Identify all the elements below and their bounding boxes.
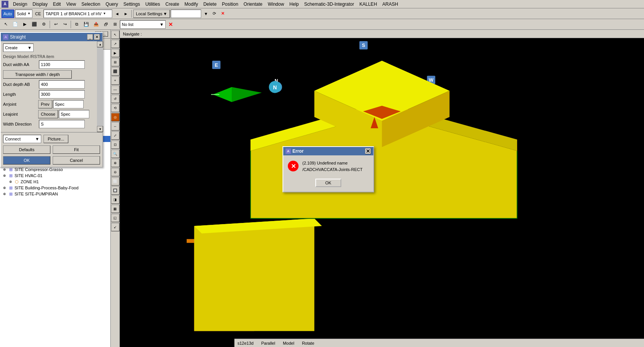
length-input[interactable] [39,90,85,98]
menu-design[interactable]: Design [11,1,29,8]
arrow-left-button[interactable]: ◄ [113,10,121,18]
close-toolbar-button[interactable]: ✕ [219,10,227,18]
rv-btn-16[interactable]: ⊖ [111,168,119,176]
auto-button[interactable]: Auto [2,10,14,18]
rv-btn-13[interactable]: ⊡ [111,140,119,149]
rv-btn-2[interactable]: ↗ [111,40,119,48]
transpose-button[interactable]: Transpose width / depth [3,70,72,79]
tree-item-23[interactable]: ⊕ ⊞ SITE SITE-PUMPIRAN [0,191,110,197]
menu-edit[interactable]: Edit [51,1,63,8]
rv-btn-3[interactable]: ▶ [111,49,119,57]
scroll-down-btn[interactable]: ▼ [97,126,103,132]
settings-dropdown-arrow-btn[interactable]: ▼ [202,10,210,18]
menu-schematic[interactable]: Schematic-3D-Integrator [302,1,357,8]
copy-button[interactable]: ⧉ [73,20,81,29]
stop-button[interactable]: ⬛ [30,20,39,29]
rv-btn-15[interactable]: ⊕ [111,159,119,167]
nolist-arrow: ▼ [160,22,164,27]
undo-button[interactable]: ↩ [52,20,60,29]
settings2-button[interactable]: ⚙ [40,20,48,29]
expand-icon-23[interactable]: ⊕ [2,191,8,197]
straight-minimize-btn[interactable]: _ [87,34,93,40]
tree-item-22[interactable]: ⊕ ⊞ SITE Building-Process-Baby-Food [0,185,110,191]
rv-btn-21[interactable]: ◱ [111,214,119,222]
tree-item-20[interactable]: ⊕ ⊞ SITE HVAC-01 [0,173,110,179]
rv-btn-18[interactable]: 🔲 [111,186,119,195]
menu-kalleh[interactable]: KALLEH [357,1,379,8]
menu-view[interactable]: View [64,1,78,8]
solid-dropdown[interactable]: Solid ▼ [15,10,32,18]
menu-help[interactable]: Help [287,1,301,8]
create-select[interactable]: Create ▼ [3,44,34,52]
rv-btn-20[interactable]: ▦ [111,205,119,213]
grid-button[interactable]: ⊞ [111,20,119,29]
save-button[interactable]: 💾 [82,20,91,29]
cursor-button[interactable]: ↖ [2,20,10,29]
menu-arash[interactable]: ARASH [380,1,400,8]
expand-icon-19[interactable]: ⊕ [2,167,8,172]
defaults-button[interactable]: Defaults [3,145,50,154]
tree-item-21[interactable]: ⊕ ⬡ ZONE H1 [6,179,110,185]
play-button[interactable]: ▶ [21,20,29,29]
rv-btn-10[interactable]: ◎ [111,113,119,121]
menu-create[interactable]: Create [163,1,181,8]
settings-extra-btn[interactable] [171,10,201,18]
viewport[interactable]: Navigate : S W E N N [120,30,644,347]
expand-icon-20[interactable]: ⊕ [2,173,8,178]
menu-orientate[interactable]: Orientate [241,1,265,8]
width-direction-input[interactable] [39,120,85,128]
duct-depth-input[interactable] [39,80,85,89]
connect-select[interactable]: Connect ▼ [3,135,41,143]
leajoint-input[interactable] [59,110,89,118]
arrow-right-button[interactable]: ► [122,10,130,18]
rv-btn-14[interactable]: 🔍 [111,150,119,158]
export-button[interactable]: 📤 [92,20,101,29]
taper-dropdown[interactable]: TAPER 1 of BRANCH 1 of HV ▼ [44,10,112,18]
rv-btn-12[interactable]: ⤢ [111,131,119,140]
rv-btn-5[interactable]: ⬛ [111,67,119,76]
straight-close-btn[interactable]: ✕ [94,34,100,40]
rv-btn-1[interactable]: ↖ [111,31,119,39]
rv-btn-17[interactable]: ⬜ [111,177,119,186]
duct-width-input[interactable] [39,60,85,69]
local-settings-button[interactable]: Local Settings ▼ [133,10,170,18]
menu-query[interactable]: Query [103,1,121,8]
menu-delete[interactable]: Delete [201,1,219,8]
refresh-button[interactable]: ⟳ [211,10,218,18]
menu-selection[interactable]: Selection [79,1,102,8]
menu-display[interactable]: Display [30,1,50,8]
scroll-up-btn[interactable]: ▲ [97,41,103,47]
rv-btn-4[interactable]: ⊞ [111,58,119,66]
arrjoint-prev-button[interactable]: Prev [38,100,52,108]
panel-scrollbar[interactable]: ▲ ▼ [97,41,103,132]
fit-button[interactable]: Fit [53,145,100,154]
nolist-clear-button[interactable]: ✕ [166,20,175,29]
rv-btn-11[interactable]: ↔ [111,122,119,131]
redo-button[interactable]: ↪ [61,20,69,29]
rv-btn-22[interactable]: ↙ [111,223,119,231]
ok-button[interactable]: OK [3,156,50,165]
error-ok-button[interactable]: OK [315,179,341,187]
rv-btn-7[interactable]: — [111,86,119,94]
rv-btn-6[interactable]: + [111,76,119,85]
menu-modify[interactable]: Modify [182,1,200,8]
rv-btn-9[interactable]: ⟲ [111,104,119,112]
menu-position[interactable]: Position [220,1,240,8]
window-button[interactable]: 🗗 [102,20,110,29]
arrjoint-input[interactable] [53,100,84,108]
error-close-button[interactable]: ✕ [365,148,371,154]
leajoint-choose-button[interactable]: Choose [38,110,58,118]
menu-window[interactable]: Window [265,1,286,8]
expand-icon-22[interactable]: ⊕ [2,185,8,190]
expand-icon-21[interactable]: ⊕ [8,179,14,184]
cancel-button[interactable]: Cancel [53,156,100,165]
site-icon-23: ⊞ [8,191,14,197]
rv-btn-19[interactable]: ◨ [111,195,119,204]
picture-button[interactable]: Picture... [44,135,68,143]
ce-button[interactable]: CE [33,10,43,18]
new-button[interactable]: 📄 [11,20,20,29]
menu-settings[interactable]: Settings [121,1,142,8]
rv-btn-8[interactable]: ↺ [111,95,119,103]
menu-utilities[interactable]: Utilities [143,1,163,8]
nolist-dropdown[interactable]: No list ▼ [120,20,166,29]
